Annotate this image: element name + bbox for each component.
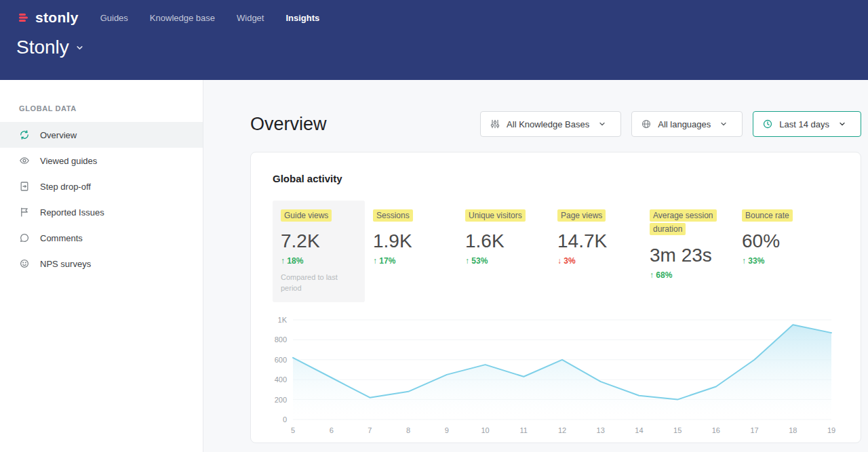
knowledge-bases-value: All Knowledge Bases bbox=[507, 119, 589, 129]
app-header: stonly Guides Knowledge base Widget Insi… bbox=[0, 0, 868, 80]
trend-arrow-icon: ↑ bbox=[650, 270, 654, 280]
chevron-down-icon bbox=[720, 121, 733, 127]
nav-item-guides[interactable]: Guides bbox=[100, 13, 128, 23]
sidebar-item-label: Overview bbox=[40, 130, 77, 140]
svg-text:5: 5 bbox=[291, 426, 295, 434]
metric-value: 3m 23s bbox=[650, 245, 726, 266]
trend-arrow-icon: ↓ bbox=[557, 256, 561, 266]
chevron-down-icon bbox=[599, 121, 612, 127]
metric-change: ↑ 18% bbox=[281, 256, 357, 266]
svg-text:400: 400 bbox=[275, 375, 287, 384]
metrics-row: Guide views 7.2K ↑ 18% Compared to last … bbox=[273, 201, 839, 302]
workspace-name: Stonly bbox=[16, 37, 69, 58]
metric-value: 1.6K bbox=[465, 230, 541, 252]
svg-text:9: 9 bbox=[445, 426, 449, 434]
metric-value: 7.2K bbox=[281, 230, 357, 252]
metric-change: ↑ 17% bbox=[373, 256, 449, 266]
comment-bubble-icon bbox=[19, 232, 30, 243]
svg-text:14: 14 bbox=[635, 426, 643, 434]
flag-icon bbox=[19, 207, 30, 218]
chevron-down-icon bbox=[76, 44, 83, 52]
clock-icon bbox=[762, 119, 773, 129]
svg-text:1K: 1K bbox=[278, 316, 288, 324]
metric-change: ↑ 33% bbox=[742, 256, 818, 266]
svg-text:0: 0 bbox=[283, 415, 287, 424]
languages-value: All languages bbox=[658, 119, 711, 129]
svg-text:13: 13 bbox=[597, 426, 605, 434]
filter-bar: All Knowledge Bases All languages bbox=[480, 111, 861, 137]
logo-text: stonly bbox=[35, 9, 79, 26]
svg-text:12: 12 bbox=[558, 426, 566, 434]
trend-arrow-icon: ↑ bbox=[373, 256, 377, 266]
page-title: Overview bbox=[250, 114, 327, 135]
knowledge-bases-dropdown[interactable]: All Knowledge Bases bbox=[480, 111, 621, 137]
metric-sessions[interactable]: Sessions 1.9K ↑ 17% bbox=[365, 201, 457, 274]
svg-text:200: 200 bbox=[275, 396, 287, 404]
metric-label: Sessions bbox=[373, 209, 413, 222]
svg-text:19: 19 bbox=[827, 426, 835, 434]
metric-page-views[interactable]: Page views 14.7K ↓ 3% bbox=[549, 201, 642, 274]
sidebar: GLOBAL DATA Overview Viewed guides bbox=[0, 80, 203, 452]
sidebar-item-nps-surveys[interactable]: NPS surveys bbox=[0, 251, 203, 276]
nav-item-knowledge-base[interactable]: Knowledge base bbox=[150, 13, 215, 23]
svg-text:15: 15 bbox=[673, 426, 682, 434]
svg-text:800: 800 bbox=[275, 336, 287, 344]
metric-average-session-duration[interactable]: Average session duration 3m 23s ↑ 68% bbox=[642, 201, 734, 288]
chevron-down-icon bbox=[839, 121, 852, 127]
metric-change: ↑ 53% bbox=[465, 256, 541, 266]
globe-icon bbox=[641, 119, 652, 129]
sidebar-item-step-drop-off[interactable]: Step drop-off bbox=[0, 173, 203, 199]
svg-text:10: 10 bbox=[481, 426, 489, 434]
stonly-logo[interactable]: stonly bbox=[16, 9, 79, 26]
compare-note: Compared to last period bbox=[281, 272, 357, 294]
activity-area-chart: 02004006008001K5678910111213141516171819 bbox=[262, 313, 839, 441]
card-title: Global activity bbox=[273, 173, 839, 184]
sidebar-section-label: GLOBAL DATA bbox=[0, 104, 203, 112]
smiley-icon bbox=[19, 258, 30, 269]
sidebar-item-comments[interactable]: Comments bbox=[0, 225, 203, 251]
trend-arrow-icon: ↑ bbox=[742, 256, 746, 266]
svg-text:7: 7 bbox=[368, 426, 372, 434]
metric-change: ↑ 68% bbox=[650, 270, 726, 280]
overview-sync-icon bbox=[19, 129, 30, 140]
svg-text:8: 8 bbox=[406, 426, 410, 434]
svg-text:16: 16 bbox=[712, 426, 720, 434]
svg-text:600: 600 bbox=[275, 356, 287, 364]
main-content: Overview All Knowledge Bases bbox=[203, 80, 868, 452]
metric-guide-views[interactable]: Guide views 7.2K ↑ 18% Compared to last … bbox=[273, 201, 365, 302]
metric-unique-visitors[interactable]: Unique visitors 1.6K ↑ 53% bbox=[457, 201, 549, 274]
languages-dropdown[interactable]: All languages bbox=[631, 111, 743, 137]
trend-arrow-icon: ↑ bbox=[465, 256, 469, 266]
global-activity-card: Global activity Guide views 7.2K ↑ 18% C… bbox=[250, 152, 861, 443]
metric-label: Unique visitors bbox=[465, 209, 526, 222]
sidebar-item-label: Comments bbox=[40, 233, 83, 243]
trend-arrow-icon: ↑ bbox=[281, 256, 285, 266]
nav-item-insights[interactable]: Insights bbox=[285, 13, 319, 23]
sidebar-item-overview[interactable]: Overview bbox=[0, 122, 203, 148]
svg-text:18: 18 bbox=[789, 426, 797, 434]
step-dropoff-doc-icon bbox=[19, 181, 30, 192]
nav-links: Guides Knowledge base Widget Insights bbox=[100, 13, 320, 23]
metric-value: 60% bbox=[742, 230, 818, 252]
metric-label: Average session duration bbox=[650, 209, 717, 235]
sidebar-item-viewed-guides[interactable]: Viewed guides bbox=[0, 148, 203, 173]
eye-icon bbox=[19, 155, 30, 166]
top-navigation: stonly Guides Knowledge base Widget Insi… bbox=[0, 0, 868, 26]
date-range-value: Last 14 days bbox=[779, 119, 829, 129]
svg-text:17: 17 bbox=[750, 426, 758, 434]
metric-label: Bounce rate bbox=[742, 209, 793, 222]
sidebar-item-label: NPS surveys bbox=[40, 259, 91, 269]
metric-change: ↓ 3% bbox=[557, 256, 633, 266]
stonly-logo-icon bbox=[16, 11, 30, 24]
metric-value: 1.9K bbox=[373, 230, 449, 252]
metric-value: 14.7K bbox=[557, 230, 633, 252]
date-range-dropdown[interactable]: Last 14 days bbox=[753, 111, 861, 137]
metric-bounce-rate[interactable]: Bounce rate 60% ↑ 33% bbox=[734, 201, 826, 274]
metric-label: Guide views bbox=[281, 209, 332, 222]
sliders-icon bbox=[490, 119, 500, 129]
sidebar-item-reported-issues[interactable]: Reported Issues bbox=[0, 199, 203, 225]
svg-text:11: 11 bbox=[520, 426, 528, 434]
svg-text:6: 6 bbox=[330, 426, 334, 434]
workspace-switcher[interactable]: Stonly bbox=[0, 26, 100, 58]
nav-item-widget[interactable]: Widget bbox=[237, 13, 264, 23]
